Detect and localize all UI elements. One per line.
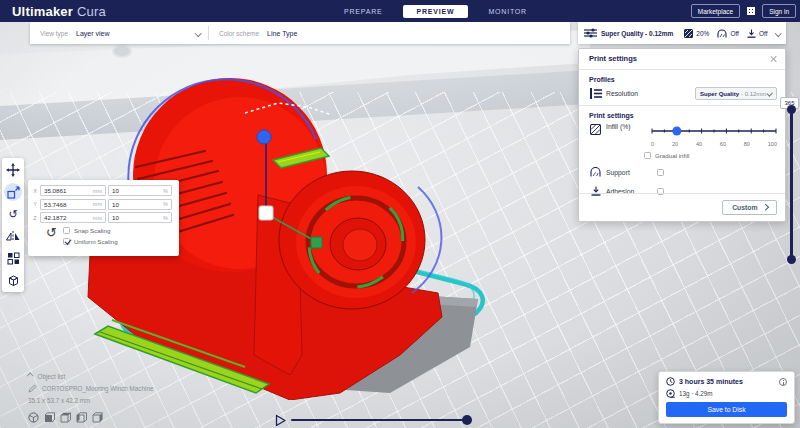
scale-tool-button[interactable] xyxy=(4,183,22,201)
scale-z-pct-input[interactable]: 10% xyxy=(108,212,172,223)
stage-tabs: PREPARE PREVIEW MONITOR xyxy=(338,0,533,22)
uniform-scaling-option: Uniform Scaling xyxy=(63,238,118,245)
clock-icon xyxy=(666,377,675,386)
gizmo-handle-z[interactable] xyxy=(257,130,271,144)
view-type-dropdown[interactable]: View type Layer view xyxy=(30,22,208,44)
simulation-slider-handle[interactable] xyxy=(462,415,472,425)
view-type-label: View type xyxy=(40,30,68,37)
view-top-button[interactable] xyxy=(59,411,71,423)
summary-support: Off xyxy=(717,29,739,38)
support-checkbox[interactable] xyxy=(657,169,664,176)
print-time-estimate: 3 hours 35 minutes xyxy=(679,378,775,385)
chevron-up-icon xyxy=(27,373,33,379)
adhesion-icon xyxy=(747,29,756,38)
adhesion-row: Adhesion xyxy=(579,184,785,198)
infill-tick-labels: 020 4060 80100 xyxy=(651,141,777,147)
summary-infill-value: 20% xyxy=(696,30,709,37)
layer-slider-top-handle[interactable] xyxy=(787,105,796,114)
scale-tool-panel: X 35.0861mm 10% Y 53.7468mm 10% Z 42.187… xyxy=(28,180,179,256)
view-options-bar: View type Layer view Color scheme Line T… xyxy=(30,22,570,44)
divider xyxy=(579,69,785,70)
tab-monitor[interactable]: MONITOR xyxy=(482,5,533,18)
adhesion-icon xyxy=(589,186,602,196)
scale-x-mm-input[interactable]: 35.0861mm xyxy=(40,185,106,196)
scale-row-y: Y 53.7468mm 10% xyxy=(32,199,173,210)
save-to-disk-button[interactable]: Save to Disk xyxy=(666,402,787,417)
axis-label-y: Y xyxy=(32,201,38,207)
snap-scaling-checkbox[interactable] xyxy=(63,227,70,234)
support-blocker-button[interactable] xyxy=(4,271,22,289)
print-settings-section-label: Print settings xyxy=(579,109,785,121)
simulation-slider-track[interactable] xyxy=(291,419,468,421)
brand-bold: Ultimaker xyxy=(12,4,73,19)
gradual-infill-label: Gradual infill xyxy=(655,152,689,159)
gradual-infill-checkbox[interactable] xyxy=(644,152,651,159)
scale-x-pct-input[interactable]: 10% xyxy=(108,185,172,196)
move-tool-button[interactable] xyxy=(4,161,22,179)
chevron-down-icon xyxy=(195,30,201,36)
resolution-label: Resolution xyxy=(606,90,644,97)
material-spool-icon xyxy=(666,389,675,398)
object-list-toggle[interactable]: Object list xyxy=(28,373,153,380)
view-front-icon xyxy=(44,412,55,423)
layer-slider-bottom-handle[interactable] xyxy=(787,255,796,264)
custom-settings-button[interactable]: Custom xyxy=(722,200,777,215)
resolution-row: Resolution Super Quality - 0.12mm xyxy=(579,85,785,102)
summary-infill: 20% xyxy=(684,29,709,38)
support-icon xyxy=(589,167,602,177)
infill-slider-handle[interactable] xyxy=(672,127,681,136)
tab-preview[interactable]: PREVIEW xyxy=(403,5,469,18)
close-icon[interactable] xyxy=(769,55,777,63)
object-name-row[interactable]: CORTOSPRO_Mooring Winch Machine xyxy=(28,384,153,393)
view-right-icon xyxy=(92,412,103,423)
scale-icon xyxy=(7,186,20,199)
mirror-icon xyxy=(6,230,20,242)
uniform-scaling-checkbox[interactable] xyxy=(63,238,70,245)
camera-view-buttons xyxy=(27,411,103,423)
color-scheme-dropdown[interactable]: Color scheme Line Type xyxy=(209,22,297,44)
layer-slider-track[interactable] xyxy=(790,111,793,259)
object-dimensions: 35.1 x 53.7 x 42.2 mm xyxy=(28,397,90,404)
info-icon[interactable] xyxy=(779,378,787,386)
tab-prepare[interactable]: PREPARE xyxy=(338,5,389,18)
view-right-button[interactable] xyxy=(91,411,103,423)
marketplace-button[interactable]: Marketplace xyxy=(691,4,740,18)
resolution-dropdown[interactable]: Super Quality - 0.12mm xyxy=(695,87,777,100)
view-front-button[interactable] xyxy=(43,411,55,423)
infill-slider[interactable]: 020 4060 80100 xyxy=(651,123,777,147)
view-3d-button[interactable] xyxy=(27,411,39,423)
object-list-label: Object list xyxy=(38,373,66,380)
reset-scale-button[interactable]: ↺ xyxy=(46,226,57,239)
play-button[interactable] xyxy=(275,414,287,427)
scale-row-z: Z 42.1872mm 10% xyxy=(32,212,173,223)
axis-label-z: Z xyxy=(32,215,38,221)
scale-z-mm-input[interactable]: 42.1872mm xyxy=(40,212,106,223)
gizmo-handle-center[interactable] xyxy=(259,206,273,220)
cura-window: Ultimaker Cura PREPARE PREVIEW MONITOR M… xyxy=(0,0,800,428)
support-label: Support xyxy=(606,169,644,176)
view-top-icon xyxy=(60,412,71,423)
chevron-down-icon xyxy=(767,91,773,97)
print-settings-summary-bar[interactable]: Super Quality - 0.12mm 20% Off Off xyxy=(578,22,786,44)
app-switcher-icon[interactable] xyxy=(747,7,755,15)
sliders-icon xyxy=(584,28,597,38)
view-left-button[interactable] xyxy=(75,411,87,423)
view-left-icon xyxy=(76,412,87,423)
view-type-value: Layer view xyxy=(76,30,109,37)
per-model-settings-button[interactable] xyxy=(4,249,22,267)
sign-in-button[interactable]: Sign in xyxy=(762,4,796,18)
summary-adhesion-value: Off xyxy=(759,30,768,37)
divider xyxy=(579,193,785,194)
rotate-tool-button[interactable]: ↺ xyxy=(4,205,22,223)
brand-light: Cura xyxy=(77,4,106,19)
gizmo-handle-y[interactable] xyxy=(311,237,322,248)
scale-y-mm-input[interactable]: 53.7468mm xyxy=(40,199,106,210)
scale-y-pct-input[interactable]: 10% xyxy=(108,199,172,210)
mirror-tool-button[interactable] xyxy=(4,227,22,245)
resolution-value-rest: - 0.12mm xyxy=(741,91,766,97)
top-right-controls: Marketplace Sign in xyxy=(691,0,796,22)
snap-scaling-label: Snap Scaling xyxy=(74,227,110,234)
winch-drum xyxy=(279,171,441,309)
profiles-section-label: Profiles xyxy=(579,73,785,85)
job-summary-card: 3 hours 35 minutes 13g · 4.29m Save to D… xyxy=(658,371,795,424)
